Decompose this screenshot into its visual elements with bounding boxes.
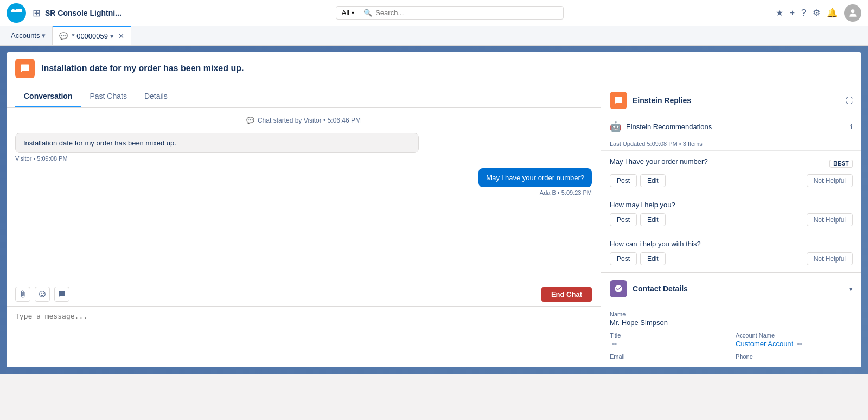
- contact-section: Contact Details ▾ Name Mr. Hope Simpson …: [601, 273, 861, 367]
- tab-details[interactable]: Details: [136, 85, 176, 107]
- contact-icon: [610, 280, 627, 297]
- reply-1-not-helpful-button[interactable]: Not Helpful: [807, 174, 853, 187]
- settings-icon[interactable]: ⚙: [813, 8, 820, 18]
- reply-3-edit-button[interactable]: Edit: [640, 252, 666, 265]
- einstein-title: Einstein Replies: [633, 96, 840, 105]
- app-name: SR Console Lightni...: [45, 9, 122, 17]
- account-name-field: Account Name Customer Account ✏: [736, 332, 853, 353]
- contact-grid-2: Email Phone: [610, 353, 853, 361]
- email-label: Email: [610, 353, 727, 360]
- agent-meta-1: Ada B • 5:09:23 PM: [15, 189, 592, 196]
- search-icon: 🔍: [363, 9, 372, 17]
- reply-suggestion-1-header: May i have your order number? BEST: [610, 157, 853, 170]
- contact-grid: Title ✏ Account Name Customer Account ✏: [610, 332, 853, 353]
- emoji-icon[interactable]: [35, 287, 50, 302]
- avatar[interactable]: [844, 4, 861, 22]
- search-input[interactable]: [375, 9, 558, 17]
- grid-icon[interactable]: ⊞: [33, 7, 41, 19]
- reply-1-edit-button[interactable]: Edit: [640, 174, 666, 187]
- reply-1-post-button[interactable]: Post: [610, 174, 637, 187]
- reply-suggestion-1: May i have your order number? BEST Post …: [601, 151, 861, 194]
- title-label: Title: [610, 332, 727, 339]
- visitor-bubble-1: Installation date for my order has been …: [15, 133, 419, 153]
- einstein-sub-header: 🤖 Einstein Recommendations ℹ: [601, 116, 861, 137]
- right-panel: Einstein Replies ⛶ 🤖 Einstein Recommenda…: [601, 85, 861, 367]
- einstein-icon: [610, 92, 627, 109]
- template-icon[interactable]: [54, 287, 69, 302]
- phone-label: Phone: [736, 353, 853, 360]
- einstein-expand-icon[interactable]: ⛶: [846, 97, 853, 105]
- tab-accounts[interactable]: Accounts ▾: [4, 26, 53, 45]
- tab-past-chats[interactable]: Past Chats: [81, 85, 135, 107]
- chat-area: 💬 Chat started by Visitor • 5:06:46 PM I…: [7, 108, 601, 282]
- chat-system-message: 💬 Chat started by Visitor • 5:06:46 PM: [15, 117, 592, 124]
- contact-body: Name Mr. Hope Simpson Title ✏ Account Na…: [601, 304, 861, 367]
- content-layout: Conversation Past Chats Details 💬 Chat s…: [7, 85, 861, 367]
- tab-accounts-dropdown[interactable]: ▾: [42, 31, 46, 40]
- account-edit-icon[interactable]: ✏: [797, 341, 802, 347]
- tab-chat[interactable]: 💬 * 00000059 ▾ ✕: [53, 26, 131, 45]
- reply-suggestion-1-text: May i have your order number?: [610, 157, 708, 166]
- attach-icon[interactable]: [15, 287, 30, 302]
- einstein-section: Einstein Replies ⛶ 🤖 Einstein Recommenda…: [601, 85, 861, 273]
- tab-past-chats-label: Past Chats: [90, 92, 126, 100]
- phone-field: Phone: [736, 353, 853, 361]
- customer-account-link[interactable]: Customer Account: [736, 340, 793, 348]
- tab-accounts-label: Accounts: [11, 31, 40, 40]
- tab-chat-dropdown[interactable]: ▾: [110, 32, 114, 40]
- title-edit-icon[interactable]: ✏: [612, 341, 617, 347]
- account-name-value: Customer Account ✏: [736, 340, 853, 348]
- top-nav-right: ★ + ? ⚙ 🔔: [776, 4, 861, 22]
- reply-suggestion-3: How can i help you with this? Post Edit …: [601, 233, 861, 272]
- message-input-area: [7, 307, 601, 350]
- reply-3-not-helpful-button[interactable]: Not Helpful: [807, 252, 853, 265]
- visitor-message-text-1: Installation date for my order has been …: [23, 139, 176, 147]
- tabs-bar: Accounts ▾ 💬 * 00000059 ▾ ✕: [0, 26, 868, 46]
- einstein-updated: Last Updated 5:09:08 PM • 3 Items: [601, 137, 861, 151]
- help-icon[interactable]: ?: [801, 8, 806, 18]
- favorites-icon[interactable]: ★: [776, 8, 783, 18]
- visitor-meta-1: Visitor • 5:09:08 PM: [15, 155, 592, 162]
- svg-point-0: [851, 9, 855, 13]
- message-agent-1: May i have your order number? Ada B • 5:…: [15, 168, 592, 196]
- reply-3-post-button[interactable]: Post: [610, 252, 637, 265]
- tab-chat-label: * 00000059: [72, 32, 108, 40]
- best-badge: BEST: [829, 160, 853, 168]
- sub-tabs: Conversation Past Chats Details: [7, 85, 601, 108]
- search-wrapper: All ▾ 🔍: [128, 6, 771, 20]
- name-value: Mr. Hope Simpson: [610, 319, 853, 327]
- reply-2-edit-button[interactable]: Edit: [640, 213, 666, 226]
- add-icon[interactable]: +: [790, 8, 795, 18]
- reply-2-not-helpful-button[interactable]: Not Helpful: [807, 213, 853, 226]
- end-chat-button[interactable]: End Chat: [541, 287, 592, 302]
- reply-1-actions: Post Edit Not Helpful: [610, 174, 853, 187]
- chat-title: Installation date for my order has been …: [41, 63, 244, 73]
- contact-name-field: Name Mr. Hope Simpson: [610, 311, 853, 327]
- chat-toolbar: End Chat: [7, 282, 601, 307]
- tab-details-label: Details: [144, 92, 168, 100]
- agent-bubble-1: May i have your order number?: [478, 168, 592, 187]
- chat-system-icon: 💬: [246, 117, 254, 124]
- contact-expand-icon[interactable]: ▾: [849, 285, 853, 293]
- reply-2-actions: Post Edit Not Helpful: [610, 213, 853, 226]
- search-scope-selector[interactable]: All ▾: [342, 9, 359, 17]
- contact-title: Contact Details: [633, 284, 844, 293]
- einstein-header: Einstein Replies ⛶: [601, 85, 861, 116]
- salesforce-logo[interactable]: [7, 3, 26, 23]
- tab-chat-close[interactable]: ✕: [118, 32, 124, 40]
- einstein-info-icon[interactable]: ℹ: [850, 123, 853, 131]
- email-field: Email: [610, 353, 727, 361]
- reply-2-post-button[interactable]: Post: [610, 213, 637, 226]
- chevron-down-icon: ▾: [352, 10, 354, 16]
- main-area: Installation date for my order has been …: [0, 46, 868, 374]
- contact-header: Contact Details ▾: [601, 273, 861, 304]
- message-input[interactable]: [15, 312, 592, 336]
- notifications-icon[interactable]: 🔔: [827, 8, 838, 18]
- tab-conversation[interactable]: Conversation: [15, 85, 81, 107]
- title-field: Title ✏: [610, 332, 727, 353]
- einstein-bot-icon: 🤖: [610, 120, 622, 132]
- chat-started-text: Chat started by Visitor • 5:06:46 PM: [258, 117, 361, 124]
- chat-header: Installation date for my order has been …: [7, 52, 861, 85]
- reply-3-actions: Post Edit Not Helpful: [610, 252, 853, 265]
- chat-header-icon: [15, 59, 35, 78]
